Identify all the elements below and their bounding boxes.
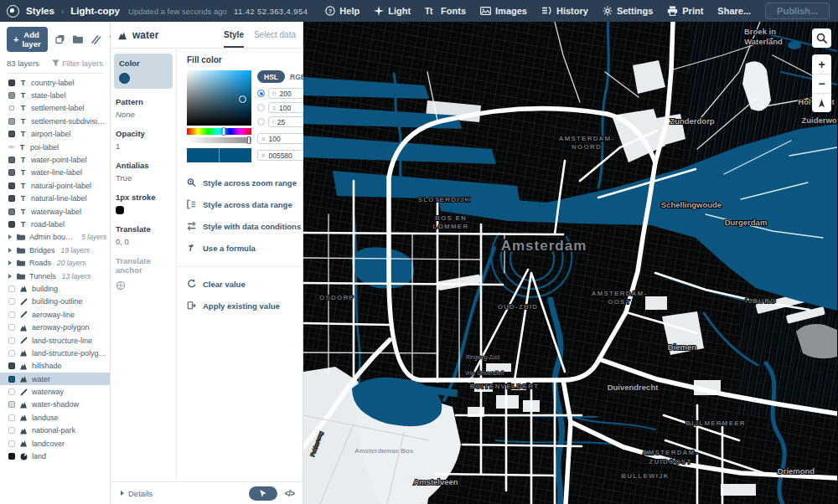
property-color[interactable]: Color bbox=[114, 54, 173, 89]
style-across-data-range[interactable]: Style across data range bbox=[187, 199, 306, 209]
polygon-icon bbox=[19, 414, 28, 421]
layer-item-settlement-label[interactable]: Tsettlement-label bbox=[0, 102, 110, 115]
layer-item-land-structure-polygon[interactable]: land-structure-polygon bbox=[0, 347, 110, 359]
property-translate-anchor[interactable]: Translate anchor bbox=[116, 256, 171, 294]
color-swatch bbox=[8, 92, 15, 99]
hue-handle[interactable] bbox=[222, 127, 225, 136]
code-view-button[interactable]: </> bbox=[285, 489, 294, 498]
saturation-input[interactable]: s100 bbox=[268, 102, 306, 113]
layer-item-land[interactable]: land bbox=[0, 450, 110, 462]
layer-item-hillshade[interactable]: hillshade bbox=[0, 360, 110, 373]
layer-item-water-line-label[interactable]: Twater-line-label bbox=[0, 167, 110, 179]
layer-item-land-structure-line[interactable]: land-structure-line bbox=[0, 334, 110, 347]
menu-light[interactable]: Light bbox=[374, 6, 411, 16]
style-editor: Fill color HSL RGB bbox=[177, 49, 314, 504]
apply-existing-value[interactable]: Apply existing value bbox=[187, 301, 306, 311]
filter-layers[interactable]: Filter layers bbox=[52, 59, 103, 68]
details-toggle[interactable]: Details bbox=[121, 489, 153, 498]
layer-item-natural-point-label[interactable]: Tnatural-point-label bbox=[0, 179, 110, 192]
layer-item-water-point-label[interactable]: Twater-point-label bbox=[0, 153, 110, 166]
menu-share[interactable]: Share... bbox=[717, 6, 751, 16]
saturation-picker[interactable] bbox=[187, 70, 251, 126]
color-swatch bbox=[8, 285, 15, 292]
menu-settings[interactable]: Settings bbox=[603, 6, 653, 16]
layer-item-water[interactable]: water bbox=[0, 373, 110, 385]
menu-help[interactable]: ?Help bbox=[325, 6, 360, 16]
mapbox-logo[interactable] bbox=[7, 5, 19, 18]
add-layer-button[interactable]: + Add layer bbox=[7, 27, 48, 52]
lightness-input[interactable]: l25 bbox=[268, 116, 306, 127]
layer-item-national-park[interactable]: national-park bbox=[0, 424, 110, 437]
fill-color-label: Fill color bbox=[187, 55, 306, 64]
lightness-radio[interactable] bbox=[257, 118, 265, 126]
menu-history[interactable]: History bbox=[541, 6, 588, 16]
layer-item-state-label[interactable]: Tstate-label bbox=[0, 89, 110, 101]
hue-radio[interactable] bbox=[257, 90, 265, 97]
property-opacity[interactable]: Opacity1 bbox=[116, 129, 171, 151]
hex-input[interactable]: #005580 bbox=[257, 150, 306, 161]
zoom-in-button[interactable]: + bbox=[812, 54, 831, 74]
alpha-handle[interactable] bbox=[247, 136, 251, 144]
layer-item-waterway[interactable]: waterway bbox=[0, 385, 110, 398]
layer-item-tunnels[interactable]: Tunnels13 layers bbox=[0, 270, 110, 282]
duplicate-icon[interactable] bbox=[55, 34, 65, 44]
toggle-visibility-icon[interactable] bbox=[91, 35, 101, 44]
zoom-out-button[interactable]: − bbox=[812, 74, 831, 93]
topbar: Styles › Light-copy Updated a few second… bbox=[0, 0, 838, 22]
layer-item-landuse[interactable]: landuse bbox=[0, 411, 110, 424]
property-1px-stroke[interactable]: 1px stroke bbox=[116, 193, 171, 214]
layer-item-aeroway-polygon[interactable]: aeroway-polygon bbox=[0, 321, 110, 333]
menu-print[interactable]: Print bbox=[667, 6, 703, 16]
layer-item-country-label[interactable]: Tcountry-label bbox=[0, 76, 110, 89]
caret-right-icon[interactable] bbox=[8, 234, 12, 239]
layer-item-landcover[interactable]: landcover bbox=[0, 437, 110, 450]
map-canvas[interactable]: AmsterdamSLOTERDIJKBOS ENLOMMERAMSTERDAM… bbox=[303, 22, 838, 504]
layer-item-poi-label[interactable]: Tpoi-label bbox=[0, 141, 110, 153]
picker-cursor[interactable] bbox=[239, 95, 246, 103]
property-translate[interactable]: Translate0, 0 bbox=[116, 224, 171, 246]
text-icon: T bbox=[19, 104, 27, 112]
style-title[interactable]: Light-copy bbox=[70, 6, 120, 16]
layer-item-bridges[interactable]: Bridges19 layers bbox=[0, 244, 110, 256]
select-mode-button[interactable] bbox=[249, 486, 277, 501]
alpha-slider[interactable] bbox=[187, 137, 251, 143]
layer-item-building-outline[interactable]: building-outline bbox=[0, 296, 110, 308]
publish-button[interactable]: Publish... bbox=[765, 3, 830, 19]
hue-input[interactable]: h200 bbox=[268, 88, 306, 99]
map-label: BOS EN bbox=[435, 214, 467, 222]
tab-style[interactable]: Style bbox=[224, 30, 244, 48]
menu-images[interactable]: Images bbox=[480, 6, 527, 16]
hsl-mode-button[interactable]: HSL bbox=[257, 70, 285, 83]
saturation-radio[interactable] bbox=[257, 104, 265, 111]
layer-item-water-shadow[interactable]: water-shadow bbox=[0, 399, 110, 411]
layer-item-road-label[interactable]: Troad-label bbox=[0, 218, 110, 230]
property-pattern[interactable]: PatternNone bbox=[116, 97, 171, 119]
layer-item-building[interactable]: building bbox=[0, 282, 110, 295]
caret-right-icon[interactable] bbox=[8, 274, 12, 279]
property-antialias[interactable]: AntialiasTrue bbox=[116, 161, 171, 183]
caret-right-icon[interactable] bbox=[8, 248, 12, 253]
color-swatch bbox=[8, 221, 15, 228]
layer-item-aeroway-line[interactable]: aeroway-line bbox=[0, 308, 110, 321]
layer-item-settlement-subdivision-label[interactable]: Tsettlement-subdivision-label bbox=[0, 115, 110, 127]
menu-fonts[interactable]: TtFonts bbox=[425, 6, 466, 16]
caret-right-icon[interactable] bbox=[8, 260, 12, 265]
tab-select-data[interactable]: Select data bbox=[254, 30, 296, 48]
clear-value[interactable]: Clear value bbox=[187, 279, 306, 289]
layer-item-admin-boundaries[interactable]: Admin boundaries5 layers bbox=[0, 231, 110, 244]
layer-item-natural-line-label[interactable]: Tnatural-line-label bbox=[0, 193, 110, 205]
map-label: Diemen bbox=[668, 342, 697, 352]
group-folder-icon[interactable] bbox=[73, 35, 83, 44]
layer-item-waterway-label[interactable]: Twaterway-label bbox=[0, 205, 110, 218]
circle-icon bbox=[19, 453, 28, 460]
map-search-button[interactable] bbox=[812, 28, 831, 48]
alpha-input[interactable]: a100 bbox=[257, 133, 306, 144]
style-with-data-conditions[interactable]: Style with data conditions bbox=[187, 221, 306, 231]
use-a-formula[interactable]: fUse a formula bbox=[187, 243, 306, 253]
layer-item-roads[interactable]: Roads20 layers bbox=[0, 256, 110, 269]
compass-button[interactable] bbox=[812, 93, 831, 112]
layer-item-airport-label[interactable]: Tairport-label bbox=[0, 128, 110, 141]
hue-slider[interactable] bbox=[187, 128, 251, 135]
style-across-zoom-range[interactable]: Style across zoom range bbox=[187, 177, 306, 188]
breadcrumb-styles[interactable]: Styles bbox=[26, 6, 54, 16]
